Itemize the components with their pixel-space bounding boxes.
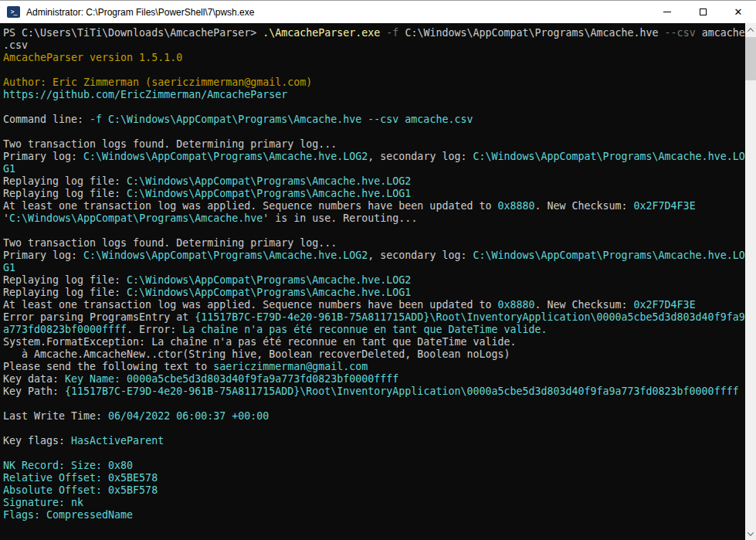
terminal-text-segment: G1 <box>3 262 15 273</box>
terminal-text-segment: 0x8880 <box>497 299 534 311</box>
terminal-text-segment: Relative Offset: 0x5BE578 <box>3 472 158 484</box>
terminal-text-segment: PS C:\Users\TiTi\Downloads\AmcacheParser… <box>3 27 263 39</box>
terminal-text-segment: Key Path: <box>3 385 65 397</box>
window-title: Administrator: C:\Program Files\PowerShe… <box>26 7 254 18</box>
terminal-line: Relative Offset: 0x5BE578 <box>3 472 745 484</box>
terminal-text-segment: HasActiveParent <box>71 435 164 447</box>
terminal-text-segment: amcache <box>696 27 745 39</box>
terminal-text-segment: Replaying log file: <box>3 287 127 298</box>
close-button[interactable]: ✕ <box>720 1 756 23</box>
terminal-text-segment: Key Name: 0000a5cbe5d3d803d40f9fa9a773fd… <box>65 373 398 385</box>
terminal-line: Author: Eric Zimmerman (saericzimmerman@… <box>3 76 745 89</box>
terminal-text-segment: Replaying log file: <box>3 188 127 199</box>
terminal-text-segment: Command line: <box>3 114 90 125</box>
terminal-text-segment: 0x2F7D4F3E <box>634 200 696 212</box>
terminal-text-segment: Last Write Time: <box>3 410 108 422</box>
terminal-line: Flags: CompressedName <box>3 509 745 521</box>
terminal-text-segment: C:\Windows\AppCompat\Programs\Amcache.hv… <box>83 151 368 162</box>
terminal-text-segment: Two transaction logs found. Determining … <box>3 138 337 150</box>
terminal-line: G1 <box>3 163 745 175</box>
terminal-text-segment: Key data: <box>3 373 65 385</box>
window-controls: ✕ <box>649 1 756 23</box>
terminal-text-segment: C:\Windows\AppCompat\Programs\Amcache.hv… <box>83 250 368 261</box>
terminal-text-segment: Author: Eric Zimmerman (saericzimmerman@… <box>3 76 312 88</box>
terminal-text-segment: .\AmcacheParser.exe <box>263 27 380 39</box>
terminal-line: System.FormatException: La chaîne n'a pa… <box>3 336 745 348</box>
terminal-line: Replaying log file: C:\Windows\AppCompat… <box>3 287 745 299</box>
terminal-text-segment: C:\Windows\AppCompat\Programs\Amcache.hv… <box>473 151 744 162</box>
terminal-line: a773fd0823bf0000ffff. Error: La chaîne n… <box>3 324 745 336</box>
terminal-line: Two transaction logs found. Determining … <box>3 138 745 151</box>
scroll-up-button[interactable] <box>745 23 756 36</box>
terminal-line: Replaying log file: C:\Windows\AppCompat… <box>3 175 745 188</box>
terminal-line: Primary log: C:\Windows\AppCompat\Progra… <box>3 151 745 163</box>
scroll-down-button[interactable] <box>745 527 756 540</box>
terminal-line: NK Record: Size: 0x80 <box>3 460 745 472</box>
terminal-line: Primary log: C:\Windows\AppCompat\Progra… <box>3 250 745 262</box>
terminal-text-segment: à Amcache.AmcacheNew..ctor(String hive, … <box>3 348 510 360</box>
terminal-text-segment: Please send the following text to <box>3 361 213 372</box>
terminal-text-segment: . New Checksum: <box>534 299 633 311</box>
terminal-text-segment: , secondary log: <box>368 151 473 162</box>
minimize-icon <box>663 12 671 12</box>
chevron-down-icon <box>748 529 754 535</box>
terminal-line: Signature: nk <box>3 497 745 509</box>
terminal-text-segment: -f C:\Windows\AppCompat\Programs\Amcache… <box>90 114 473 125</box>
terminal-text-segment: https://github.com/EricZimmerman/Amcache… <box>3 89 287 100</box>
terminal-content[interactable]: PS C:\Users\TiTi\Downloads\AmcacheParser… <box>0 23 745 540</box>
terminal-text-segment: C:\Windows\AppCompat\Programs\Amcache.hv… <box>398 27 664 39</box>
powershell-icon: >_ <box>7 6 20 18</box>
terminal-text-segment: {11517B7C-E79D-4e20-961B-75A811715ADD}\R… <box>65 385 739 397</box>
terminal-line: Key data: Key Name: 0000a5cbe5d3d803d40f… <box>3 373 745 385</box>
terminal-line <box>3 64 745 76</box>
terminal-text-segment: ' is in use. Rerouting... <box>263 212 417 224</box>
terminal-line: At least one transaction log was applied… <box>3 299 745 311</box>
terminal-line: Key flags: HasActiveParent <box>3 435 745 447</box>
minimize-button[interactable] <box>649 1 685 23</box>
terminal-line <box>3 101 745 114</box>
terminal[interactable]: PS C:\Users\TiTi\Downloads\AmcacheParser… <box>0 23 756 540</box>
terminal-line: .csv <box>3 39 745 52</box>
terminal-text-segment: Two transaction logs found. Determining … <box>3 237 337 249</box>
terminal-line: G1 <box>3 262 745 274</box>
terminal-text-segment: --csv <box>665 27 696 39</box>
terminal-line: 'C:\Windows\AppCompat\Programs\Amcache.h… <box>3 212 745 225</box>
terminal-line <box>3 398 745 410</box>
terminal-text-segment: 0x8880 <box>497 200 534 212</box>
chevron-up-icon <box>748 28 754 34</box>
terminal-line: Two transaction logs found. Determining … <box>3 237 745 250</box>
terminal-text-segment: At least one transaction log was applied… <box>3 200 497 212</box>
terminal-text-segment: C:\Windows\AppCompat\Programs\Amcache.hv… <box>127 274 411 286</box>
terminal-line <box>3 423 745 435</box>
terminal-text-segment: Error parsing ProgramsEntry at <box>3 311 195 323</box>
terminal-text-segment: G1 <box>3 163 15 175</box>
terminal-line: AmcacheParser version 1.5.1.0 <box>3 52 745 64</box>
terminal-text-segment: a773fd0823bf0000ffff <box>3 324 127 335</box>
close-icon: ✕ <box>734 7 743 17</box>
maximize-button[interactable] <box>685 1 720 23</box>
terminal-text-segment: . New Checksum: <box>534 200 633 212</box>
terminal-line: Command line: -f C:\Windows\AppCompat\Pr… <box>3 114 745 126</box>
terminal-text-segment: 0x2F7D4F3E <box>634 299 696 311</box>
terminal-text-segment: C:\Windows\AppCompat\Programs\Amcache.hv… <box>127 287 411 298</box>
terminal-text-segment: , secondary log: <box>368 250 473 261</box>
terminal-text-segment: . Error: <box>127 324 182 335</box>
terminal-text-segment: Replaying log file: <box>3 274 127 286</box>
scrollbar[interactable] <box>745 23 756 540</box>
terminal-line: Last Write Time: 06/04/2022 06:00:37 +00… <box>3 410 745 423</box>
terminal-text-segment: ' <box>3 212 9 224</box>
terminal-text-segment: C:\Windows\AppCompat\Programs\Amcache.hv… <box>127 175 411 187</box>
terminal-line: Key Path: {11517B7C-E79D-4e20-961B-75A81… <box>3 385 745 398</box>
terminal-text-segment: La chaîne n'a pas été reconnue en tant q… <box>182 324 547 335</box>
titlebar[interactable]: >_ Administrator: C:\Program Files\Power… <box>0 0 756 23</box>
terminal-text-segment: Replaying log file: <box>3 175 127 187</box>
terminal-text-segment: Primary log: <box>3 250 83 261</box>
scrollbar-thumb[interactable] <box>745 37 756 80</box>
terminal-line: Replaying log file: C:\Windows\AppCompat… <box>3 188 745 200</box>
terminal-text-segment: AmcacheParser version 1.5.1.0 <box>3 52 182 63</box>
terminal-text-segment: 06/04/2022 06:00:37 +00:00 <box>108 410 269 422</box>
terminal-line <box>3 225 745 237</box>
terminal-line: PS C:\Users\TiTi\Downloads\AmcacheParser… <box>3 27 745 39</box>
maximize-icon <box>700 8 707 15</box>
terminal-text-segment: System.FormatException: La chaîne n'a pa… <box>3 336 516 348</box>
